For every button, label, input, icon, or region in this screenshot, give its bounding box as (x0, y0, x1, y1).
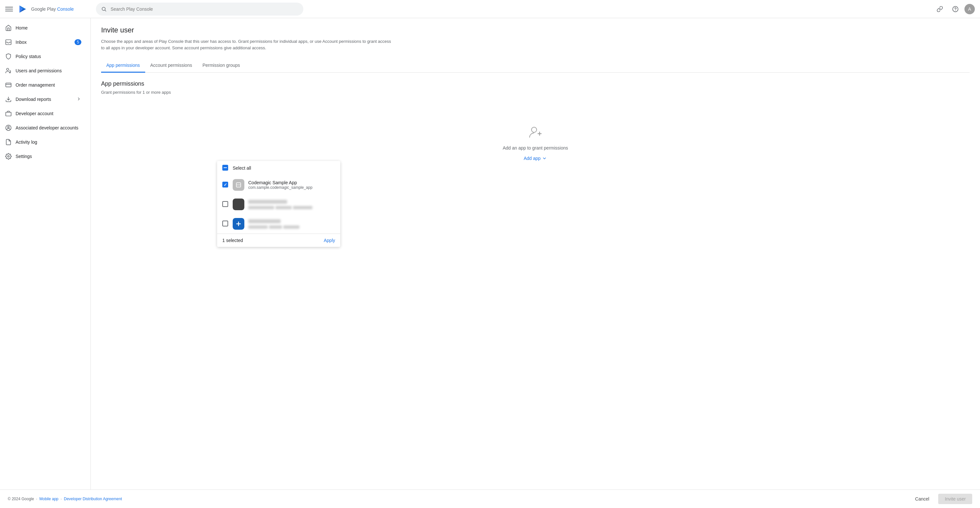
shield-icon (5, 53, 12, 60)
dropdown-footer: 1 selected Apply (217, 233, 340, 247)
footer-mobile-link[interactable]: Mobile app (40, 497, 59, 501)
empty-state-icon (528, 125, 543, 140)
empty-state-text: Add an app to grant permissions (503, 145, 568, 150)
app2-id-blur2 (275, 206, 292, 209)
content-area: Invite user Choose the apps and areas of… (91, 18, 980, 489)
app3-icon-shape (233, 218, 244, 230)
tab-app-permissions[interactable]: App permissions (101, 59, 145, 73)
play-logo-icon (17, 3, 29, 15)
footer-actions: Cancel Invite user (910, 494, 972, 504)
svg-point-13 (8, 156, 10, 157)
select-all-item[interactable]: Select all (217, 161, 340, 175)
section-title: App permissions (101, 80, 970, 87)
app3-id-blur3 (283, 225, 299, 229)
search-icon (101, 6, 107, 12)
sidebar-item-developer[interactable]: Developer account (0, 106, 86, 121)
app2-id-blur3 (293, 206, 312, 209)
unchecked-checkbox-icon-2 (222, 201, 228, 207)
sidebar-item-activity[interactable]: Activity log (0, 135, 86, 149)
app3-name (248, 219, 299, 224)
page-title: Invite user (101, 26, 970, 34)
sidebar-item-inbox[interactable]: Inbox 5 (0, 35, 86, 49)
home-icon (5, 25, 12, 31)
link-button[interactable] (933, 3, 946, 16)
apply-button[interactable]: Apply (324, 238, 335, 243)
expand-arrow-icon (76, 96, 81, 102)
add-app-button[interactable]: Add app (524, 156, 547, 161)
sidebar-item-orders[interactable]: Order management (0, 78, 86, 92)
app2-icon (233, 198, 244, 210)
sidebar-item-download[interactable]: Download reports (0, 92, 86, 106)
app-item-2[interactable] (217, 195, 340, 214)
bottom-bar: © 2024 Google · Mobile app · Developer D… (0, 489, 980, 508)
tab-permission-groups[interactable]: Permission groups (197, 59, 245, 73)
topbar-right: A (933, 3, 975, 16)
people-icon (5, 67, 12, 74)
app2-icon-shape (233, 198, 244, 210)
app3-info (248, 219, 299, 229)
svg-point-6 (6, 69, 9, 71)
app2-id (248, 206, 312, 209)
avatar[interactable]: A (964, 4, 975, 14)
app-item-3[interactable] (217, 214, 340, 233)
checked-checkbox-icon (222, 182, 228, 187)
sidebar-item-associated[interactable]: Associated developer accounts (0, 121, 86, 135)
svg-point-12 (8, 126, 10, 128)
app-item-codemagic[interactable]: Codemagic Sample App com.sample.codemagi… (217, 175, 340, 195)
inbox-icon (5, 39, 12, 45)
inbox-badge: 5 (75, 39, 81, 45)
sidebar-item-users[interactable]: Users and permissions (0, 64, 86, 78)
svg-point-4 (955, 10, 956, 11)
app2-checkbox[interactable] (222, 201, 229, 208)
codemagic-checkbox[interactable] (222, 182, 229, 188)
app3-id-blur2 (269, 225, 282, 229)
dropdown-arrow-icon (542, 156, 547, 161)
help-icon (952, 6, 959, 12)
footer-copyright: © 2024 Google · Mobile app · Developer D… (8, 497, 122, 501)
app-dropdown: Select all Codemagic Sample App com.samp… (217, 161, 340, 247)
svg-rect-7 (6, 83, 11, 87)
sidebar-item-settings[interactable]: Settings (0, 149, 86, 163)
hamburger-menu-button[interactable] (5, 5, 13, 13)
logo-area: Google Play Console (17, 3, 74, 15)
app2-name (248, 200, 312, 205)
tab-account-permissions[interactable]: Account permissions (145, 59, 197, 73)
app2-name-blur (248, 200, 287, 204)
gear-icon (5, 153, 12, 160)
indeterminate-checkbox-icon (222, 165, 228, 171)
briefcase-icon (5, 110, 12, 117)
page-description: Choose the apps and areas of Play Consol… (101, 38, 393, 51)
search-bar[interactable] (96, 3, 303, 16)
app2-id-blur (248, 206, 274, 209)
link-icon (937, 6, 943, 12)
sidebar-item-policy[interactable]: Policy status (0, 49, 86, 64)
sidebar-item-home[interactable]: Home (0, 21, 86, 35)
invite-user-button[interactable]: Invite user (938, 494, 972, 504)
codemagic-app-info: Codemagic Sample App com.sample.codemagi… (248, 180, 312, 190)
codemagic-app-name: Codemagic Sample App (248, 180, 312, 185)
search-input[interactable] (110, 6, 298, 12)
app3-name-blur (248, 219, 281, 223)
app3-checkbox[interactable] (222, 220, 229, 227)
help-button[interactable] (949, 3, 962, 16)
permission-tabs: App permissions Account permissions Perm… (101, 59, 970, 73)
unchecked-checkbox-icon-3 (222, 220, 228, 227)
main-layout: Home Inbox 5 Policy status Users and per… (0, 18, 980, 489)
section-desc: Grant permissions for 1 or more apps (101, 90, 970, 95)
svg-line-2 (105, 10, 106, 11)
select-all-label: Select all (233, 165, 251, 171)
download-icon (5, 96, 12, 102)
footer-agreement-link[interactable]: Developer Distribution Agreement (64, 497, 122, 501)
select-all-checkbox[interactable] (222, 165, 229, 171)
codemagic-app-id: com.sample.codemagic_sample_app (248, 185, 312, 190)
app3-icon (233, 218, 244, 230)
doc-icon (5, 139, 12, 145)
svg-rect-10 (6, 112, 11, 116)
sidebar: Home Inbox 5 Policy status Users and per… (0, 18, 91, 489)
app3-id (248, 225, 299, 229)
app3-id-blur (248, 225, 268, 229)
cancel-button[interactable]: Cancel (910, 494, 935, 504)
circle-user-icon (5, 125, 12, 131)
svg-point-14 (531, 127, 537, 133)
topbar-left: Google Play Console (5, 3, 96, 15)
